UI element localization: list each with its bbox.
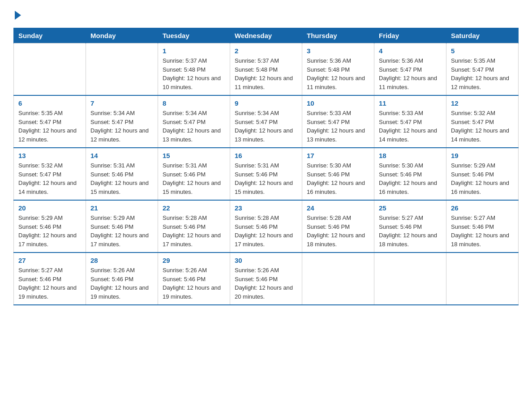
day-info: Sunrise: 5:27 AMSunset: 5:46 PMDaylight:…: [379, 214, 442, 248]
day-number: 21: [90, 204, 153, 212]
day-info: Sunrise: 5:29 AMSunset: 5:46 PMDaylight:…: [18, 214, 81, 248]
day-info: Sunrise: 5:36 AMSunset: 5:47 PMDaylight:…: [379, 56, 442, 91]
cell-week3-day0: 13Sunrise: 5:32 AMSunset: 5:47 PMDayligh…: [14, 148, 86, 200]
header-sunday: Sunday: [14, 28, 86, 43]
cell-week2-day2: 8Sunrise: 5:34 AMSunset: 5:47 PMDaylight…: [158, 95, 230, 148]
cell-week3-day4: 17Sunrise: 5:30 AMSunset: 5:46 PMDayligh…: [302, 148, 374, 200]
day-number: 13: [18, 152, 81, 159]
week-row-3: 13Sunrise: 5:32 AMSunset: 5:47 PMDayligh…: [14, 148, 519, 200]
cell-week5-day5: [374, 253, 446, 305]
day-info: Sunrise: 5:36 AMSunset: 5:48 PMDaylight:…: [307, 56, 369, 91]
day-info: Sunrise: 5:32 AMSunset: 5:47 PMDaylight:…: [451, 109, 514, 144]
day-number: 20: [18, 204, 81, 212]
day-number: 4: [379, 47, 442, 55]
day-info: Sunrise: 5:27 AMSunset: 5:46 PMDaylight:…: [451, 214, 514, 248]
week-row-5: 27Sunrise: 5:27 AMSunset: 5:46 PMDayligh…: [14, 253, 519, 305]
calendar-table: SundayMondayTuesdayWednesdayThursdayFrid…: [13, 28, 519, 305]
day-info: Sunrise: 5:26 AMSunset: 5:46 PMDaylight:…: [235, 266, 297, 301]
day-number: 27: [18, 257, 81, 264]
day-info: Sunrise: 5:28 AMSunset: 5:46 PMDaylight:…: [307, 214, 369, 248]
logo-arrow-icon: [15, 11, 21, 20]
page-header: [13, 9, 519, 20]
day-number: 25: [379, 204, 442, 212]
header-wednesday: Wednesday: [230, 28, 302, 43]
cell-week3-day6: 19Sunrise: 5:29 AMSunset: 5:46 PMDayligh…: [446, 148, 519, 200]
header-saturday: Saturday: [446, 28, 519, 43]
calendar-header-row: SundayMondayTuesdayWednesdayThursdayFrid…: [14, 28, 519, 43]
cell-week1-day5: 4Sunrise: 5:36 AMSunset: 5:47 PMDaylight…: [374, 43, 446, 96]
cell-week4-day1: 21Sunrise: 5:29 AMSunset: 5:46 PMDayligh…: [86, 200, 158, 253]
day-info: Sunrise: 5:28 AMSunset: 5:46 PMDaylight:…: [163, 214, 225, 248]
cell-week3-day2: 15Sunrise: 5:31 AMSunset: 5:46 PMDayligh…: [158, 148, 230, 200]
day-number: 16: [235, 152, 297, 159]
day-number: 10: [307, 99, 369, 107]
cell-week1-day2: 1Sunrise: 5:37 AMSunset: 5:48 PMDaylight…: [158, 43, 230, 96]
cell-week1-day1: [86, 43, 158, 96]
cell-week4-day0: 20Sunrise: 5:29 AMSunset: 5:46 PMDayligh…: [14, 200, 86, 253]
day-info: Sunrise: 5:31 AMSunset: 5:46 PMDaylight:…: [90, 161, 153, 196]
logo: [13, 9, 21, 20]
header-friday: Friday: [374, 28, 446, 43]
cell-week5-day2: 29Sunrise: 5:26 AMSunset: 5:46 PMDayligh…: [158, 253, 230, 305]
day-number: 15: [163, 152, 225, 159]
day-number: 30: [235, 257, 297, 264]
day-number: 6: [18, 99, 81, 107]
day-number: 8: [163, 99, 225, 107]
cell-week4-day5: 25Sunrise: 5:27 AMSunset: 5:46 PMDayligh…: [374, 200, 446, 253]
day-number: 17: [307, 152, 369, 159]
day-number: 3: [307, 47, 369, 55]
day-info: Sunrise: 5:35 AMSunset: 5:47 PMDaylight:…: [451, 56, 514, 91]
week-row-2: 6Sunrise: 5:35 AMSunset: 5:47 PMDaylight…: [14, 95, 519, 148]
day-info: Sunrise: 5:29 AMSunset: 5:46 PMDaylight:…: [90, 214, 153, 248]
day-info: Sunrise: 5:30 AMSunset: 5:46 PMDaylight:…: [379, 161, 442, 196]
day-number: 7: [90, 99, 153, 107]
cell-week2-day6: 12Sunrise: 5:32 AMSunset: 5:47 PMDayligh…: [446, 95, 519, 148]
day-info: Sunrise: 5:28 AMSunset: 5:46 PMDaylight:…: [235, 214, 297, 248]
cell-week2-day5: 11Sunrise: 5:33 AMSunset: 5:47 PMDayligh…: [374, 95, 446, 148]
cell-week2-day0: 6Sunrise: 5:35 AMSunset: 5:47 PMDaylight…: [14, 95, 86, 148]
cell-week3-day5: 18Sunrise: 5:30 AMSunset: 5:46 PMDayligh…: [374, 148, 446, 200]
day-info: Sunrise: 5:31 AMSunset: 5:46 PMDaylight:…: [163, 161, 225, 196]
cell-week3-day1: 14Sunrise: 5:31 AMSunset: 5:46 PMDayligh…: [86, 148, 158, 200]
cell-week2-day1: 7Sunrise: 5:34 AMSunset: 5:47 PMDaylight…: [86, 95, 158, 148]
day-info: Sunrise: 5:33 AMSunset: 5:47 PMDaylight:…: [307, 109, 369, 144]
day-number: 11: [379, 99, 442, 107]
cell-week5-day3: 30Sunrise: 5:26 AMSunset: 5:46 PMDayligh…: [230, 253, 302, 305]
header-thursday: Thursday: [302, 28, 374, 43]
day-info: Sunrise: 5:34 AMSunset: 5:47 PMDaylight:…: [90, 109, 153, 144]
day-number: 29: [163, 257, 225, 264]
day-number: 2: [235, 47, 297, 55]
day-number: 5: [451, 47, 514, 55]
day-info: Sunrise: 5:31 AMSunset: 5:46 PMDaylight:…: [235, 161, 297, 196]
day-number: 26: [451, 204, 514, 212]
day-info: Sunrise: 5:29 AMSunset: 5:46 PMDaylight:…: [451, 161, 514, 196]
day-number: 28: [90, 257, 153, 264]
day-info: Sunrise: 5:34 AMSunset: 5:47 PMDaylight:…: [163, 109, 225, 144]
cell-week3-day3: 16Sunrise: 5:31 AMSunset: 5:46 PMDayligh…: [230, 148, 302, 200]
day-number: 12: [451, 99, 514, 107]
cell-week2-day3: 9Sunrise: 5:34 AMSunset: 5:47 PMDaylight…: [230, 95, 302, 148]
day-info: Sunrise: 5:37 AMSunset: 5:48 PMDaylight:…: [235, 56, 297, 91]
cell-week2-day4: 10Sunrise: 5:33 AMSunset: 5:47 PMDayligh…: [302, 95, 374, 148]
cell-week5-day1: 28Sunrise: 5:26 AMSunset: 5:46 PMDayligh…: [86, 253, 158, 305]
day-number: 22: [163, 204, 225, 212]
day-number: 23: [235, 204, 297, 212]
day-number: 18: [379, 152, 442, 159]
day-number: 9: [235, 99, 297, 107]
day-info: Sunrise: 5:27 AMSunset: 5:46 PMDaylight:…: [18, 266, 81, 301]
cell-week1-day0: [14, 43, 86, 96]
day-info: Sunrise: 5:34 AMSunset: 5:47 PMDaylight:…: [235, 109, 297, 144]
day-info: Sunrise: 5:26 AMSunset: 5:46 PMDaylight:…: [163, 266, 225, 301]
cell-week4-day6: 26Sunrise: 5:27 AMSunset: 5:46 PMDayligh…: [446, 200, 519, 253]
cell-week1-day6: 5Sunrise: 5:35 AMSunset: 5:47 PMDaylight…: [446, 43, 519, 96]
week-row-4: 20Sunrise: 5:29 AMSunset: 5:46 PMDayligh…: [14, 200, 519, 253]
cell-week1-day4: 3Sunrise: 5:36 AMSunset: 5:48 PMDaylight…: [302, 43, 374, 96]
day-number: 19: [451, 152, 514, 159]
day-info: Sunrise: 5:26 AMSunset: 5:46 PMDaylight:…: [90, 266, 153, 301]
header-monday: Monday: [86, 28, 158, 43]
cell-week5-day6: [446, 253, 519, 305]
day-number: 14: [90, 152, 153, 159]
day-number: 1: [163, 47, 225, 55]
day-info: Sunrise: 5:37 AMSunset: 5:48 PMDaylight:…: [163, 56, 225, 91]
day-number: 24: [307, 204, 369, 212]
